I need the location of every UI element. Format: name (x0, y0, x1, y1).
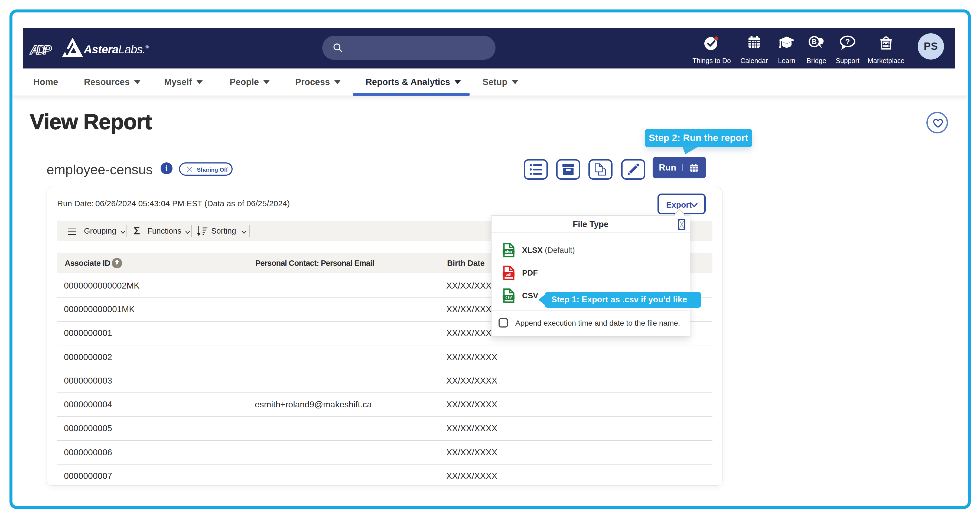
svg-text:B: B (812, 38, 817, 46)
svg-text:pdf: pdf (506, 272, 512, 277)
svg-text:csv: csv (505, 295, 512, 300)
svg-text:xlsx: xlsx (505, 250, 512, 254)
svg-text:1: 1 (116, 263, 118, 268)
svg-text:?: ? (845, 37, 850, 46)
